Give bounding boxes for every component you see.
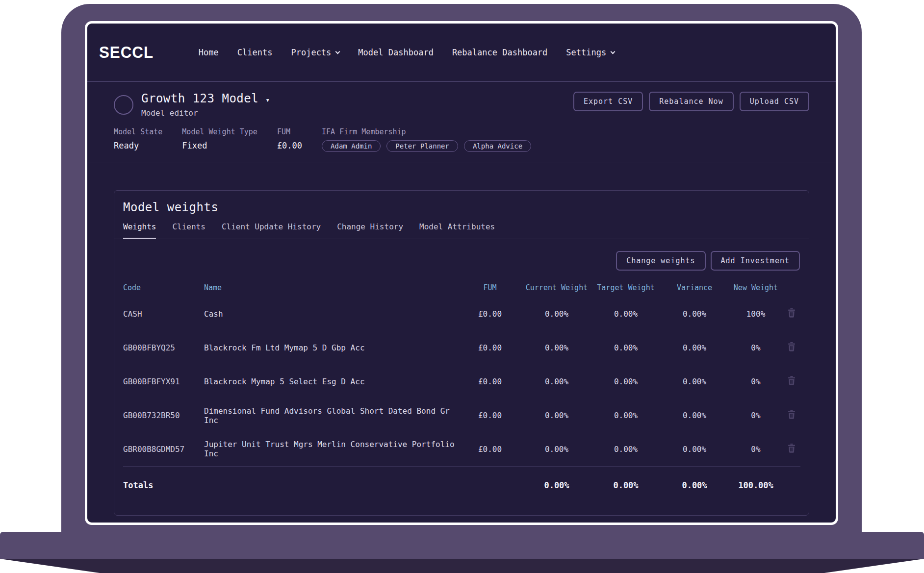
cell-fum: £0.00: [458, 365, 522, 399]
laptop-mockup: SECCL Home Clients Projects Model Dashbo…: [0, 0, 924, 573]
nav-item-label: Projects: [291, 48, 331, 57]
cell-current-weight: 0.00%: [522, 297, 591, 331]
totals-current-weight: 0.00%: [522, 466, 591, 504]
cell-name: Blackrock Mymap 5 Select Esg D Acc: [204, 365, 458, 399]
cell-name: Dimensional Fund Advisors Global Short D…: [204, 399, 458, 432]
cell-name: Blackrock Fm Ltd Mymap 5 D Gbp Acc: [204, 331, 458, 365]
nav-item[interactable]: Model Dashboard: [358, 48, 434, 57]
meta-model-state: Model State Ready: [114, 127, 162, 150]
title-caret-down-icon[interactable]: ▾: [265, 96, 270, 104]
header-action-button[interactable]: Upload CSV: [740, 92, 809, 111]
weight-type-value: Fixed: [182, 141, 257, 150]
card-tabs: WeightsClientsClient Update HistoryChang…: [114, 214, 809, 239]
nav-item-label: Clients: [237, 48, 273, 57]
laptop-front-edge: [0, 559, 924, 573]
nav-item[interactable]: Settings: [566, 48, 615, 57]
nav-item[interactable]: Clients: [237, 48, 273, 57]
trash-icon[interactable]: [788, 410, 796, 419]
tab[interactable]: Model Attributes: [419, 222, 495, 239]
col-header-current-weight: Current Weight: [522, 283, 591, 297]
nav-items: Home Clients Projects Model Dashboard Re…: [199, 48, 615, 57]
totals-row: Totals 0.00% 0.00% 0.00% 100.00%: [123, 466, 800, 504]
nav-item[interactable]: Projects: [291, 48, 339, 57]
cell-fum: £0.00: [458, 297, 522, 331]
cell-code: CASH: [123, 297, 204, 331]
tab[interactable]: Clients: [172, 222, 205, 239]
page-header: Growth 123 Model▾ Model editor Export CS…: [87, 82, 836, 163]
membership-pill[interactable]: Alpha Advice: [464, 140, 531, 152]
cell-current-weight: 0.00%: [522, 365, 591, 399]
col-header-fum: FUM: [458, 283, 522, 297]
cell-variance: 0.00%: [660, 399, 729, 432]
cell-variance: 0.00%: [660, 331, 729, 365]
cell-current-weight: 0.00%: [522, 331, 591, 365]
cell-current-weight: 0.00%: [522, 432, 591, 466]
table-row: GB00BFBYQ25 Blackrock Fm Ltd Mymap 5 D G…: [123, 331, 800, 365]
table-header-row: Code Name FUM Current Weight Target Weig…: [123, 283, 800, 297]
totals-label: Totals: [123, 466, 204, 504]
cell-target-weight: 0.00%: [591, 399, 660, 432]
page-title: Growth 123 Model▾: [141, 92, 270, 105]
cell-target-weight: 0.00%: [591, 365, 660, 399]
nav-item-label: Settings: [566, 48, 606, 57]
cell-current-weight: 0.00%: [522, 399, 591, 432]
col-header-name: Name: [204, 283, 458, 297]
tab[interactable]: Weights: [123, 222, 156, 239]
model-state-value: Ready: [114, 141, 162, 150]
main-content: Model weights WeightsClientsClient Updat…: [87, 163, 836, 516]
header-action-button[interactable]: Export CSV: [573, 92, 643, 111]
totals-target-weight: 0.00%: [591, 466, 660, 504]
tab[interactable]: Change History: [337, 222, 403, 239]
page-subtitle: Model editor: [141, 108, 270, 118]
card-actions: Change weightsAdd Investment: [114, 239, 809, 271]
model-meta: Model State Ready Model Weight Type Fixe…: [114, 127, 809, 152]
nav-item-label: Home: [199, 48, 219, 57]
header-action-button[interactable]: Rebalance Now: [649, 92, 733, 111]
card-title: Model weights: [114, 191, 809, 214]
table-row: GBR00B8GDMD57 Jupiter Unit Trust Mgrs Me…: [123, 432, 800, 466]
table-row: GB00BFBFYX91 Blackrock Mymap 5 Select Es…: [123, 365, 800, 399]
trash-icon[interactable]: [788, 342, 796, 351]
cell-new-weight: 100%: [729, 297, 783, 331]
cell-name: Cash: [204, 297, 458, 331]
meta-fum: FUM £0.00: [277, 127, 302, 150]
nav-item[interactable]: Home: [199, 48, 219, 57]
col-header-target-weight: Target Weight: [591, 283, 660, 297]
cell-code: GB00BFBYQ25: [123, 331, 204, 365]
cell-variance: 0.00%: [660, 365, 729, 399]
fum-value: £0.00: [277, 141, 302, 150]
weights-table: Code Name FUM Current Weight Target Weig…: [123, 283, 800, 504]
membership-pill[interactable]: Adam Admin: [322, 140, 381, 152]
trash-icon[interactable]: [788, 308, 796, 318]
tab[interactable]: Client Update History: [222, 222, 321, 239]
table-row: CASH Cash £0.00 0.00% 0.00% 0.00% 100%: [123, 297, 800, 331]
cell-new-weight: 0%: [729, 432, 783, 466]
trash-icon[interactable]: [788, 444, 796, 453]
cell-new-weight: 0%: [729, 365, 783, 399]
membership-pill[interactable]: Peter Planner: [386, 140, 458, 152]
card-action-button[interactable]: Change weights: [616, 251, 705, 271]
cell-fum: £0.00: [458, 331, 522, 365]
cell-new-weight: 0%: [729, 331, 783, 365]
totals-new-weight: 100.00%: [729, 466, 783, 504]
meta-weight-type: Model Weight Type Fixed: [182, 127, 257, 150]
card-action-button[interactable]: Add Investment: [711, 251, 800, 271]
trash-icon[interactable]: [788, 376, 796, 385]
chevron-down-icon: [335, 49, 340, 54]
cell-fum: £0.00: [458, 399, 522, 432]
cell-code: GB00B732BR50: [123, 399, 204, 432]
chevron-down-icon: [611, 49, 616, 54]
laptop-base: [0, 532, 924, 559]
cell-target-weight: 0.00%: [591, 432, 660, 466]
header-actions: Export CSVRebalance NowUpload CSV: [573, 92, 809, 111]
cell-variance: 0.00%: [660, 432, 729, 466]
top-nav: SECCL Home Clients Projects Model Dashbo…: [87, 24, 836, 82]
cell-target-weight: 0.00%: [591, 331, 660, 365]
nav-item[interactable]: Rebalance Dashboard: [452, 48, 547, 57]
col-header-code: Code: [123, 283, 204, 297]
cell-code: GB00BFBFYX91: [123, 365, 204, 399]
cell-variance: 0.00%: [660, 297, 729, 331]
app-screen: SECCL Home Clients Projects Model Dashbo…: [85, 21, 838, 525]
seccl-logo[interactable]: SECCL: [99, 43, 154, 62]
cell-code: GBR00B8GDMD57: [123, 432, 204, 466]
